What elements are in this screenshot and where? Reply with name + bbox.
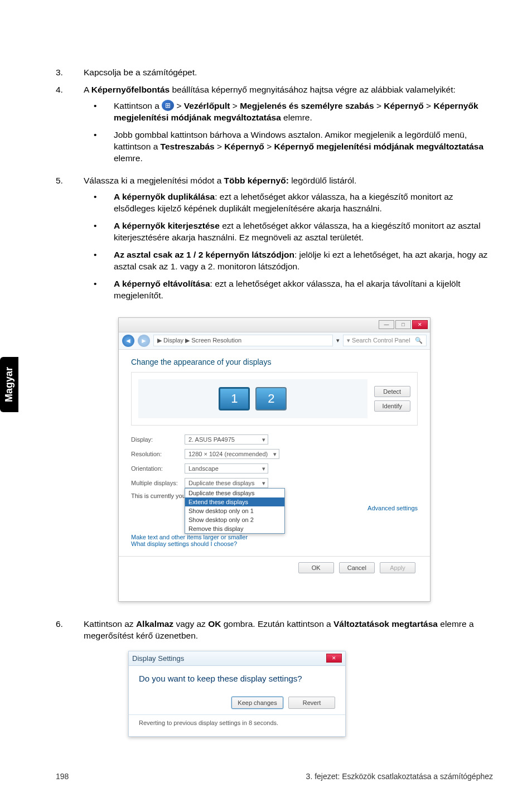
- dropdown-item[interactable]: Duplicate these displays: [185, 489, 284, 497]
- dropdown-item[interactable]: Show desktop only on 1: [185, 506, 284, 515]
- multiple-displays-combo[interactable]: Duplicate these displays: [185, 478, 268, 488]
- windows-start-icon: [162, 100, 174, 111]
- option-title: A képernyő eltávolítása: [114, 279, 210, 288]
- step-text: Válassza ki a megjelenítési módot a: [84, 176, 224, 185]
- language-tab: Magyar: [0, 357, 18, 412]
- monitor-1[interactable]: 1: [219, 387, 250, 410]
- step-number: 4.: [56, 84, 84, 170]
- display-preview[interactable]: 1 2: [138, 379, 367, 418]
- option-title: A képernyők kiterjesztése: [114, 221, 220, 230]
- help-link[interactable]: What display settings should I choose?: [131, 540, 418, 547]
- bold-term: Alkalmaz: [136, 619, 173, 629]
- search-input[interactable]: ▾ Search Control Panel🔍: [343, 335, 427, 346]
- apply-button[interactable]: Apply: [380, 562, 415, 573]
- display-settings-dialog: Display Settings ✕ Do you want to keep t…: [128, 651, 346, 737]
- bold-term: Több képernyő:: [224, 176, 289, 185]
- bold-term: Megjelenés és személyre szabás: [240, 101, 374, 110]
- panel-heading: Change the appearance of your displays: [131, 357, 418, 366]
- step-number: 6.: [56, 619, 84, 642]
- window-titlebar: — □ ✕: [119, 318, 430, 332]
- multiple-displays-dropdown: Duplicate these displays Extend these di…: [185, 488, 285, 534]
- back-button[interactable]: ◄: [122, 335, 134, 347]
- advanced-settings-link[interactable]: Advanced settings: [367, 505, 418, 511]
- dropdown-item[interactable]: Show desktop only on 2: [185, 515, 284, 524]
- identify-button[interactable]: Identify: [374, 400, 410, 412]
- bold-term: Testreszabás: [161, 142, 215, 151]
- orientation-combo[interactable]: Landscape: [185, 463, 268, 474]
- screen-resolution-window: — □ ✕ ◄ ► ▶ Display ▶ Screen Resolution …: [118, 317, 431, 602]
- page-number: 198: [56, 772, 69, 781]
- search-icon: 🔍: [415, 337, 423, 344]
- dropdown-item[interactable]: Remove this display: [185, 524, 284, 533]
- step-text: legördülő listáról.: [289, 176, 356, 185]
- step-text: gombra. Ezután kattintson a: [221, 619, 333, 629]
- step-number: 5.: [56, 175, 84, 307]
- maximize-button[interactable]: □: [395, 320, 411, 329]
- step-text: Kattintson az: [84, 619, 136, 629]
- detect-button[interactable]: Detect: [374, 386, 410, 397]
- bold-term: Képernyőfelbontás: [91, 85, 170, 94]
- close-button[interactable]: ✕: [326, 654, 342, 663]
- forward-button[interactable]: ►: [138, 335, 150, 347]
- page-content: 3. Kapcsolja be a számítógépet. 4. A Kép…: [0, 0, 532, 759]
- field-label: Resolution:: [131, 451, 185, 457]
- display-combo[interactable]: 2. ASUS PA4975: [185, 434, 268, 445]
- ok-button[interactable]: OK: [298, 562, 334, 573]
- bold-term: Változtatások megtartása: [333, 619, 438, 629]
- option-title: A képernyők duplikálása: [114, 192, 215, 201]
- breadcrumb[interactable]: ▶ Display ▶ Screen Resolution: [153, 335, 333, 346]
- step-text: beállítása képernyő megnyitásához hajtsa…: [170, 85, 456, 94]
- step-number: 3.: [56, 67, 84, 79]
- bold-term: Képernyő: [224, 142, 264, 151]
- field-label: Multiple displays:: [131, 480, 185, 486]
- bullet-text: Kattintson a: [114, 101, 162, 110]
- revert-countdown: Reverting to previous display settings i…: [139, 719, 335, 729]
- dialog-question: Do you want to keep these display settin…: [139, 674, 335, 683]
- option-title: Az asztal csak az 1 / 2 képernyőn látszó…: [114, 250, 294, 259]
- cancel-button[interactable]: Cancel: [339, 562, 375, 573]
- step-text: vagy az: [173, 619, 208, 629]
- minimize-button[interactable]: —: [379, 320, 394, 329]
- dialog-title: Display Settings: [132, 654, 184, 663]
- bold-term: Képernyő: [384, 101, 424, 110]
- close-button[interactable]: ✕: [412, 320, 428, 329]
- field-label: Display:: [131, 436, 185, 443]
- bullet-text: elemre.: [114, 153, 143, 163]
- bold-term: Vezérlőpult: [184, 101, 230, 110]
- field-label: Orientation:: [131, 465, 185, 472]
- text-size-link[interactable]: Make text and other items larger or smal…: [131, 534, 418, 540]
- dropdown-item[interactable]: Extend these displays: [185, 497, 284, 506]
- bullet-text: elemre.: [281, 113, 312, 122]
- bold-term: OK: [208, 619, 221, 629]
- chapter-title: 3. fejezet: Eszközök csatlakoztatása a s…: [306, 772, 493, 781]
- step-text: Kapcsolja be a számítógépet.: [84, 67, 493, 79]
- monitor-2[interactable]: 2: [255, 387, 287, 410]
- revert-button[interactable]: Revert: [288, 697, 335, 709]
- step-text: A: [84, 85, 91, 94]
- keep-changes-button[interactable]: Keep changes: [231, 697, 283, 709]
- resolution-combo[interactable]: 1280 × 1024 (recommended): [185, 449, 279, 459]
- bold-term: Képernyő megjelenítési módjának megválto…: [274, 142, 484, 151]
